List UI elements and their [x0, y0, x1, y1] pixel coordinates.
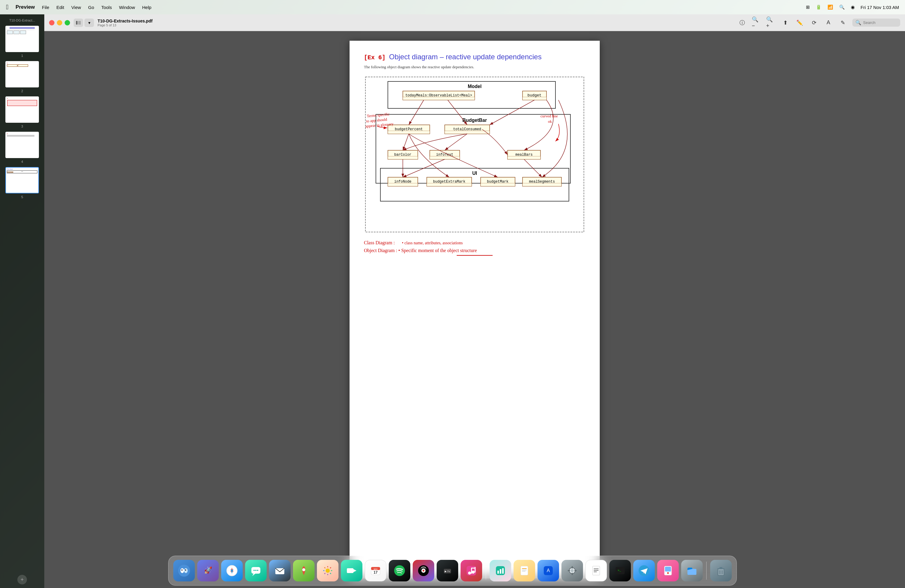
svg-text:budgetExtraMark: budgetExtraMark: [433, 180, 465, 184]
dock-mail[interactable]: [269, 560, 291, 582]
dock-podcasts[interactable]: [413, 560, 434, 582]
svg-text:BudgetBar: BudgetBar: [462, 118, 487, 123]
dock-appletv[interactable]: ▶ TV: [437, 560, 458, 582]
svg-rect-136: [719, 567, 722, 568]
svg-text:totalConsumed: totalConsumed: [453, 127, 481, 132]
dock-launchpad[interactable]: 🚀: [197, 560, 219, 582]
pdf-page: [Ex 6] Object diagram – reactive update …: [349, 41, 600, 578]
sidebar-page-4[interactable]: Ex: [5, 132, 39, 158]
svg-text:mealBars: mealBars: [515, 153, 533, 157]
sidebar-page-3[interactable]: Ex: [5, 96, 39, 123]
menu-view[interactable]: View: [71, 5, 81, 10]
dock-spotify[interactable]: [389, 560, 410, 582]
svg-rect-109: [500, 569, 501, 574]
info-button[interactable]: ⓘ: [737, 18, 747, 27]
svg-point-98: [422, 570, 424, 572]
svg-rect-122: [574, 570, 577, 571]
dock-photos[interactable]: [317, 560, 338, 582]
siri-icon[interactable]: ◉: [851, 5, 855, 10]
titlebar-info: T10-DG-Extracts-Issues.pdf Page 5 of 13: [98, 19, 152, 27]
apple-menu[interactable]: : [6, 3, 8, 11]
minimize-button[interactable]: [57, 20, 62, 25]
add-page-button[interactable]: +: [17, 575, 27, 585]
ex-title: Object diagram – reactive update depende…: [389, 53, 542, 61]
menu-edit[interactable]: Edit: [56, 5, 64, 10]
ex-header: [Ex 6] Object diagram – reactive update …: [364, 53, 585, 61]
chevron-down-icon[interactable]: ▾: [84, 19, 94, 27]
svg-line-85: [324, 567, 325, 568]
bottom-annotations: Class Diagram : • class name, attributes…: [364, 240, 585, 253]
svg-rect-114: [522, 571, 526, 572]
sidebar-page-1[interactable]: [5, 26, 39, 52]
sidebar-page-5[interactable]: Object diagram Model todayMeals budget: [5, 167, 39, 194]
svg-line-48: [490, 100, 535, 125]
sidebar-page-num-5: 5: [0, 195, 44, 199]
draw-button[interactable]: ✎: [838, 18, 848, 27]
dock-facetime[interactable]: [341, 560, 362, 582]
svg-rect-113: [522, 570, 527, 571]
dock-texteditor[interactable]: [585, 560, 607, 582]
titlebar-tools: ⓘ 🔍− 🔍+ ⬆ ✏️ ⟳ A ✎ 🔍: [737, 18, 900, 27]
menu-go[interactable]: Go: [88, 5, 94, 10]
dock-trash[interactable]: [710, 560, 732, 582]
dock-messages[interactable]: [245, 560, 267, 582]
dock-numbers[interactable]: [490, 560, 511, 582]
dock-maps[interactable]: [293, 560, 314, 582]
svg-text:infoNode: infoNode: [394, 180, 411, 184]
menu-file[interactable]: File: [42, 5, 49, 10]
rotate-button[interactable]: ⟳: [809, 18, 819, 27]
svg-line-86: [330, 573, 331, 574]
svg-rect-135: [718, 568, 724, 569]
app-menu-preview[interactable]: Preview: [16, 4, 35, 10]
object-diagram-annotation: Object Diagram : • Specific moment of th…: [364, 248, 585, 253]
dock-appstore2[interactable]: A: [538, 560, 559, 582]
dock-preview[interactable]: [657, 560, 679, 582]
svg-point-76: [255, 570, 256, 571]
underline-mark: [457, 255, 492, 256]
sidebar-toggle-button[interactable]: [74, 19, 83, 27]
menu-tools[interactable]: Tools: [102, 5, 112, 10]
svg-point-75: [254, 570, 255, 571]
control-center-icon[interactable]: ⊞: [806, 5, 810, 10]
menu-help[interactable]: Help: [142, 5, 151, 10]
svg-point-80: [325, 569, 330, 573]
dock-separator: [486, 562, 486, 580]
svg-line-88: [324, 573, 325, 574]
dock-music[interactable]: [460, 560, 482, 582]
share-button[interactable]: ⬆: [781, 18, 790, 27]
dock-terminal[interactable]: >_: [609, 560, 631, 582]
svg-text:curved line: curved line: [540, 114, 558, 118]
zoom-out-button[interactable]: 🔍−: [752, 18, 761, 27]
svg-rect-5: [78, 21, 81, 25]
search-icon-menubar[interactable]: 🔍: [839, 5, 845, 10]
search-icon: 🔍: [855, 20, 861, 25]
svg-text:▶ TV: ▶ TV: [445, 570, 450, 573]
dock: 🚀: [168, 556, 737, 586]
menu-window[interactable]: Window: [119, 5, 135, 10]
sidebar-page-num-2: 2: [0, 89, 44, 93]
filename-label: T10-DG-Extracts-Issues.pdf: [98, 19, 152, 23]
svg-rect-111: [521, 566, 528, 575]
dock-calendar[interactable]: NOV 17: [365, 560, 386, 582]
svg-point-132: [667, 572, 669, 574]
traffic-lights: [49, 20, 70, 25]
svg-point-62: [184, 568, 187, 573]
svg-line-49: [403, 134, 409, 150]
dock-settings[interactable]: [561, 560, 583, 582]
svg-text:todayMeals:ObservableList<Meal: todayMeals:ObservableList<Meal>: [405, 94, 472, 98]
search-input[interactable]: [863, 21, 897, 25]
dock-pages[interactable]: [514, 560, 535, 582]
zoom-in-button[interactable]: 🔍+: [766, 18, 776, 27]
dock-telegram[interactable]: [633, 560, 655, 582]
dock-safari[interactable]: [221, 560, 243, 582]
svg-point-102: [468, 572, 471, 575]
sidebar-title: T10-DG-Extract...: [0, 17, 44, 24]
dock-finder[interactable]: [173, 560, 195, 582]
close-button[interactable]: [49, 20, 54, 25]
annotate-button[interactable]: A: [824, 18, 833, 27]
maximize-button[interactable]: [65, 20, 70, 25]
sidebar-page-2[interactable]: Ex node node: [5, 61, 39, 87]
pdf-area[interactable]: [Ex 6] Object diagram – reactive update …: [44, 31, 905, 588]
markup-button[interactable]: ✏️: [795, 18, 805, 27]
dock-files[interactable]: [681, 560, 703, 582]
